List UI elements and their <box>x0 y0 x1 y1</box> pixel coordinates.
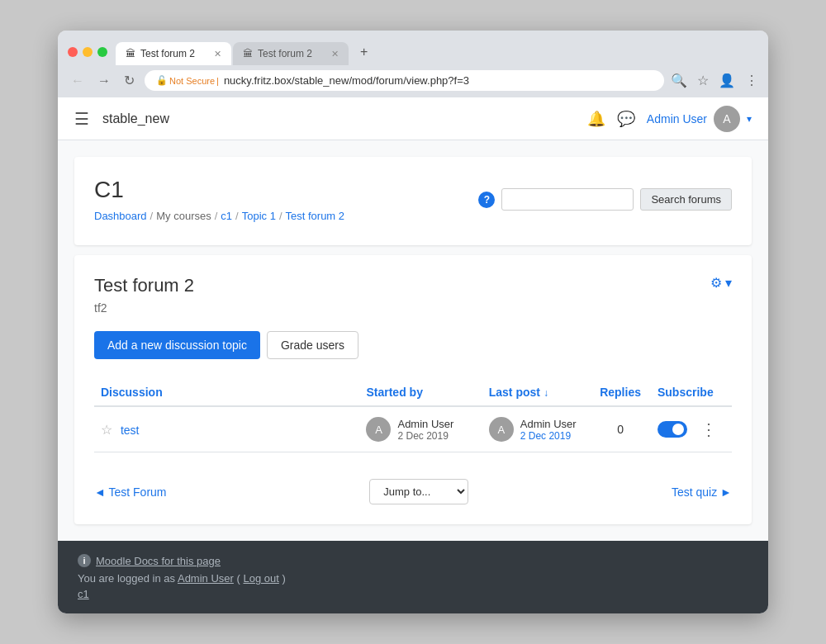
star-icon[interactable]: ☆ <box>101 423 112 437</box>
toggle-slider <box>657 421 687 438</box>
breadcrumb-c1[interactable]: c1 <box>221 210 232 222</box>
table-row: ☆ test A Admin User 2 Dec 2019 <box>94 406 732 452</box>
grade-users-button[interactable]: Grade users <box>267 331 358 359</box>
nav-footer: ◄ Test Forum Jump to... Test quiz ► <box>94 469 732 504</box>
reload-button[interactable]: ↻ <box>121 71 138 90</box>
breadcrumb-dashboard[interactable]: Dashboard <box>94 210 147 222</box>
window-controls <box>68 47 114 65</box>
replies-cell: 0 <box>593 406 651 452</box>
moodle-footer: i Moodle Docs for this page You are logg… <box>58 541 768 613</box>
browser-action-icons: 🔍 ☆ 👤 ⋮ <box>671 73 758 88</box>
address-input[interactable]: 🔓 Not Secure | nucky.fritz.box/stable_ne… <box>145 70 664 91</box>
breadcrumb-area: C1 Dashboard / My courses / c1 / Topic 1… <box>94 177 732 222</box>
browser-window: 🏛 Test forum 2 ✕ 🏛 Test forum 2 ✕ + ← → … <box>58 31 768 613</box>
forum-section: Test forum 2 ⚙ ▾ tf2 Add a new discussio… <box>74 255 752 524</box>
last-post-user: A Admin User 2 Dec 2019 <box>489 417 583 442</box>
tab-close-icon[interactable]: ✕ <box>214 49 221 59</box>
active-tab[interactable]: 🏛 Test forum 2 ✕ <box>116 42 231 65</box>
bell-icon[interactable]: 🔔 <box>587 110 605 128</box>
new-tab-button[interactable]: + <box>350 39 377 65</box>
th-discussion: Discussion <box>94 379 359 406</box>
forward-button[interactable]: → <box>94 72 114 90</box>
lock-icon: 🔓 <box>156 75 168 86</box>
footer-username[interactable]: Admin User <box>178 572 234 585</box>
footer-docs-line: i Moodle Docs for this page <box>78 554 748 567</box>
nav-right: 🔔 💬 Admin User A ▾ <box>587 106 752 132</box>
last-avatar: A <box>489 417 514 442</box>
footer-login-info: You are logged in as Admin User ( Log ou… <box>78 572 748 585</box>
search-icon[interactable]: 🔍 <box>671 73 687 88</box>
prev-nav-link[interactable]: ◄ Test Forum <box>94 485 167 499</box>
minimize-button[interactable] <box>83 47 93 57</box>
sort-arrow-icon: ↓ <box>544 387 548 399</box>
gear-dropdown-arrow: ▾ <box>725 275 732 291</box>
bookmark-icon[interactable]: ☆ <box>697 73 709 88</box>
url-text: nucky.fritz.box/stable_new/mod/forum/vie… <box>224 74 469 87</box>
hamburger-menu[interactable]: ☰ <box>74 109 89 129</box>
started-name: Admin User <box>397 418 453 430</box>
address-bar: ← → ↻ 🔓 Not Secure | nucky.fritz.box/sta… <box>58 65 768 97</box>
forum-header: Test forum 2 ⚙ ▾ <box>94 275 732 296</box>
last-date[interactable]: 2 Dec 2019 <box>520 430 577 442</box>
search-button[interactable]: Search forums <box>640 188 732 211</box>
tab-title: Test forum 2 <box>140 48 209 59</box>
back-button[interactable]: ← <box>68 72 88 90</box>
th-started-label: Started by <box>366 386 422 399</box>
th-discussion-label: Discussion <box>101 386 163 399</box>
tab2-close-icon[interactable]: ✕ <box>331 49 339 59</box>
th-subscribe-label: Subscribe <box>657 386 714 399</box>
main-content: C1 Dashboard / My courses / c1 / Topic 1… <box>58 140 768 541</box>
breadcrumb-topic1[interactable]: Topic 1 <box>242 210 276 222</box>
next-nav-link[interactable]: Test quiz ► <box>672 485 732 499</box>
info-icon: i <box>78 554 91 567</box>
action-buttons: Add a new discussion topic Grade users <box>94 331 732 359</box>
security-indicator: 🔓 Not Secure | <box>156 75 219 86</box>
started-avatar: A <box>366 417 391 442</box>
tab2-favicon: 🏛 <box>243 48 253 59</box>
discussion-table: Discussion Started by Last post ↓ Replie… <box>94 379 732 452</box>
th-started-by: Started by <box>359 379 482 406</box>
table-header: Discussion Started by Last post ↓ Replie… <box>94 379 732 406</box>
inactive-tab[interactable]: 🏛 Test forum 2 ✕ <box>233 42 349 65</box>
course-header-card: C1 Dashboard / My courses / c1 / Topic 1… <box>74 157 752 245</box>
chat-icon[interactable]: 💬 <box>617 110 635 128</box>
breadcrumb-forum[interactable]: Test forum 2 <box>286 210 345 222</box>
topic-cell: ☆ test <box>94 406 359 452</box>
jump-to-select[interactable]: Jump to... <box>369 479 468 504</box>
subscribe-toggle[interactable] <box>657 421 687 438</box>
menu-icon[interactable]: ⋮ <box>745 73 758 88</box>
tab-favicon: 🏛 <box>126 48 135 59</box>
account-icon[interactable]: 👤 <box>719 73 735 88</box>
th-lastpost-label: Last post <box>489 386 540 399</box>
search-input[interactable] <box>501 188 634 211</box>
site-name: stable_new <box>102 111 587 126</box>
gear-menu[interactable]: ⚙ ▾ <box>710 275 732 291</box>
forum-title: Test forum 2 <box>94 275 194 296</box>
close-button[interactable] <box>68 47 78 57</box>
add-discussion-button[interactable]: Add a new discussion topic <box>94 331 260 359</box>
logout-link[interactable]: Log out <box>243 572 278 585</box>
user-name-nav: Admin User <box>647 112 707 125</box>
maximize-button[interactable] <box>97 47 107 57</box>
more-options-button[interactable]: ⋮ <box>695 418 722 441</box>
course-code: C1 <box>94 177 344 203</box>
th-last-post[interactable]: Last post ↓ <box>482 379 593 406</box>
gear-icon: ⚙ <box>710 275 722 291</box>
logged-in-text: You are logged in as <box>78 572 175 585</box>
course-link[interactable]: c1 <box>78 588 89 600</box>
search-area: ? Search forums <box>478 188 732 211</box>
subscribe-cell: ⋮ <box>651 406 732 452</box>
started-by-cell: A Admin User 2 Dec 2019 <box>359 406 482 452</box>
help-icon[interactable]: ? <box>478 192 495 208</box>
replies-count: 0 <box>600 423 641 436</box>
breadcrumb-mycourses: My courses <box>156 210 211 222</box>
dropdown-arrow-icon: ▾ <box>747 113 752 125</box>
th-subscribe: Subscribe <box>651 379 732 406</box>
security-label: Not Secure <box>169 76 215 86</box>
user-menu[interactable]: Admin User A ▾ <box>647 106 752 132</box>
forum-description: tf2 <box>94 301 732 315</box>
docs-link[interactable]: Moodle Docs for this page <box>96 555 221 567</box>
last-name: Admin User <box>520 418 577 430</box>
moodle-navbar: ☰ stable_new 🔔 💬 Admin User A ▾ <box>58 97 768 140</box>
topic-link[interactable]: test <box>121 424 140 437</box>
